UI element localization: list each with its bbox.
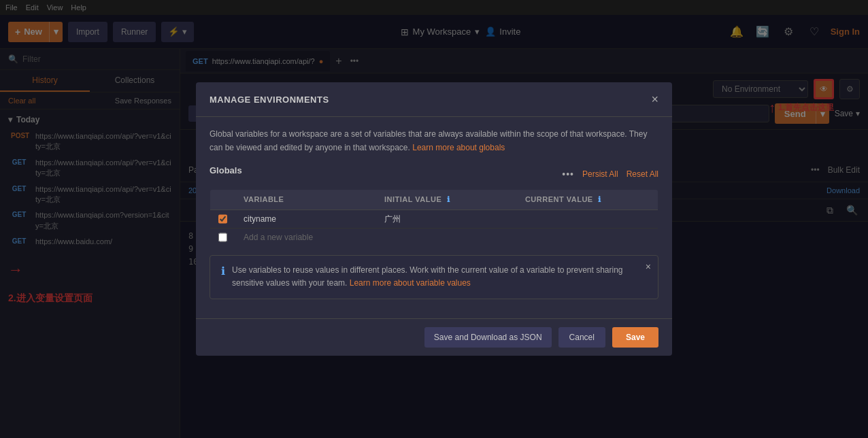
- save-modal-button[interactable]: Save: [612, 327, 658, 348]
- modal-title: MANAGE ENVIRONMENTS: [210, 95, 329, 105]
- modal-close-button[interactable]: ×: [651, 93, 658, 105]
- current-value-input[interactable]: [525, 214, 650, 224]
- variables-table: VARIABLE INITIAL VALUE ℹ CURRENT VALUE ℹ: [210, 189, 658, 248]
- modal-overlay[interactable]: MANAGE ENVIRONMENTS × Global variables f…: [0, 0, 868, 438]
- initial-value-input[interactable]: [384, 214, 509, 224]
- persist-all-button[interactable]: Persist All: [582, 169, 618, 179]
- variable-row-0: [210, 209, 658, 229]
- current-value-cell: [517, 209, 658, 229]
- col-checkbox: [210, 189, 236, 209]
- col-current: CURRENT VALUE ℹ: [517, 189, 658, 209]
- variable-name-input[interactable]: [244, 214, 368, 224]
- info-text: Use variables to reuse values in differe…: [232, 264, 647, 290]
- cancel-button[interactable]: Cancel: [558, 327, 605, 348]
- current-info-icon: ℹ: [598, 195, 601, 203]
- info-icon: ℹ: [221, 265, 225, 277]
- globals-section-title: Globals: [210, 165, 242, 175]
- add-variable-row: [210, 229, 658, 247]
- checkbox-cell: [210, 209, 236, 229]
- add-variable-input[interactable]: [244, 233, 650, 242]
- modal-body: Global variables for a workspace are a s…: [196, 117, 672, 318]
- initial-info-icon: ℹ: [447, 195, 450, 203]
- learn-more-globals-link[interactable]: Learn more about globals: [412, 143, 505, 152]
- col-initial: INITIAL VALUE ℹ: [376, 189, 517, 209]
- more-options-button[interactable]: •••: [562, 169, 574, 180]
- info-banner: ℹ Use variables to reuse values in diffe…: [210, 255, 658, 299]
- add-variable-checkbox[interactable]: [218, 233, 227, 242]
- reset-all-button[interactable]: Reset All: [627, 169, 658, 179]
- table-actions: ••• Persist All Reset All: [562, 169, 658, 180]
- add-checkbox-cell: [210, 229, 236, 247]
- manage-environments-modal: MANAGE ENVIRONMENTS × Global variables f…: [196, 82, 672, 355]
- save-json-button[interactable]: Save and Download as JSON: [424, 327, 552, 348]
- modal-description: Global variables for a workspace are a s…: [210, 128, 658, 154]
- variable-name-cell: [235, 209, 376, 229]
- modal-footer: Save and Download as JSON Cancel Save: [196, 318, 672, 356]
- info-close-button[interactable]: ×: [646, 261, 651, 272]
- add-variable-cell: [235, 229, 658, 247]
- variable-checkbox[interactable]: [218, 214, 227, 224]
- initial-value-cell: [376, 209, 517, 229]
- modal-header: MANAGE ENVIRONMENTS ×: [196, 82, 672, 117]
- col-variable: VARIABLE: [235, 189, 376, 209]
- learn-more-values-link[interactable]: Learn more about variable values: [350, 278, 471, 288]
